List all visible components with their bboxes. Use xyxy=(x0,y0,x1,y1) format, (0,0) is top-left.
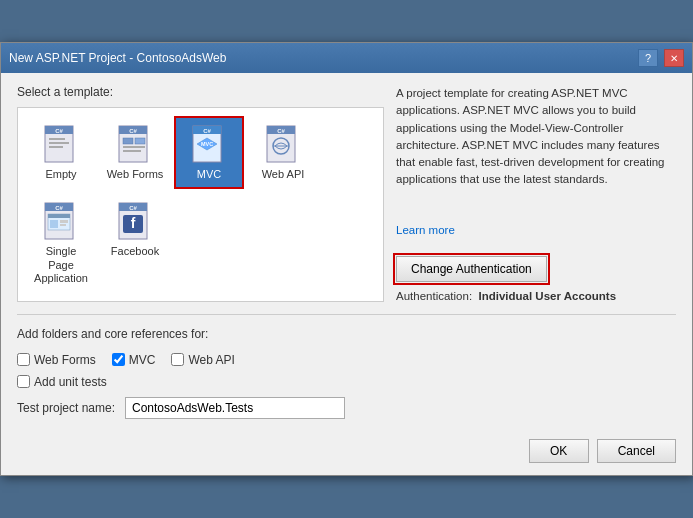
title-bar-buttons: ? ✕ xyxy=(638,49,684,67)
svg-rect-27 xyxy=(48,214,70,218)
authentication-label: Authentication: xyxy=(396,290,472,302)
template-facebook[interactable]: C# f Facebook xyxy=(100,193,170,293)
description-text: A project template for creating ASP.NET … xyxy=(396,85,676,216)
mvc-checkbox-label: MVC xyxy=(129,353,156,367)
webforms-label: Web Forms xyxy=(107,168,164,181)
svg-rect-11 xyxy=(123,146,145,148)
webforms-checkbox-label: Web Forms xyxy=(34,353,96,367)
test-name-row: Test project name: xyxy=(17,397,676,419)
webforms-checkbox[interactable] xyxy=(17,353,30,366)
webapi-checkbox-item[interactable]: Web API xyxy=(171,353,234,367)
svg-text:C#: C# xyxy=(203,128,211,134)
svg-text:C#: C# xyxy=(55,128,63,134)
auth-label: Authentication: Individual User Accounts xyxy=(396,290,616,302)
facebook-label: Facebook xyxy=(111,245,159,258)
learn-more-link[interactable]: Learn more xyxy=(396,224,676,236)
change-authentication-button[interactable]: Change Authentication xyxy=(396,256,547,282)
mvc-checkbox-item[interactable]: MVC xyxy=(112,353,156,367)
test-project-name-input[interactable] xyxy=(125,397,345,419)
svg-rect-4 xyxy=(49,142,69,144)
webforms-icon: C# xyxy=(115,124,155,164)
svg-rect-9 xyxy=(123,138,133,144)
title-bar: New ASP.NET Project - ContosoAdsWeb ? ✕ xyxy=(1,43,692,73)
divider xyxy=(17,314,676,315)
template-webforms[interactable]: C# Web Forms xyxy=(100,116,170,189)
select-template-label: Select a template: xyxy=(17,85,384,99)
unit-tests-row: Add unit tests xyxy=(17,375,676,389)
webapi-checkbox-label: Web API xyxy=(188,353,234,367)
change-auth-area: Change Authentication Authentication: In… xyxy=(396,256,676,302)
svg-rect-5 xyxy=(49,146,63,148)
close-button[interactable]: ✕ xyxy=(664,49,684,67)
ok-button[interactable]: OK xyxy=(529,439,589,463)
mvc-checkbox[interactable] xyxy=(112,353,125,366)
webapi-label: Web API xyxy=(262,168,305,181)
main-area: Select a template: C# xyxy=(17,85,676,302)
svg-text:f: f xyxy=(131,215,136,231)
empty-icon: C# xyxy=(41,124,81,164)
svg-text:C#: C# xyxy=(277,128,285,134)
footer-buttons: OK Cancel xyxy=(17,431,676,463)
dialog-body: Select a template: C# xyxy=(1,73,692,475)
svg-text:MVC: MVC xyxy=(201,141,213,147)
checkboxes-row: Web Forms MVC Web API xyxy=(17,353,676,367)
template-empty[interactable]: C# Empty xyxy=(26,116,96,189)
add-folders-label: Add folders and core references for: xyxy=(17,327,676,341)
mvc-icon: C# MVC xyxy=(189,124,229,164)
svg-rect-30 xyxy=(60,224,66,226)
template-grid-container: C# Empty xyxy=(17,107,384,302)
unit-tests-checkbox-item[interactable]: Add unit tests xyxy=(17,375,107,389)
svg-rect-28 xyxy=(50,220,58,228)
template-grid: C# Empty xyxy=(26,116,375,293)
cancel-button[interactable]: Cancel xyxy=(597,439,676,463)
dialog-window: New ASP.NET Project - ContosoAdsWeb ? ✕ … xyxy=(0,42,693,476)
svg-text:C#: C# xyxy=(55,205,63,211)
singlepage-label: Single Page Application xyxy=(32,245,90,285)
help-button[interactable]: ? xyxy=(638,49,658,67)
template-webapi[interactable]: C# Web API xyxy=(248,116,318,189)
unit-tests-checkbox-label: Add unit tests xyxy=(34,375,107,389)
singlepage-icon: C# xyxy=(41,201,81,241)
left-panel: Select a template: C# xyxy=(17,85,384,302)
unit-tests-checkbox[interactable] xyxy=(17,375,30,388)
test-project-name-label: Test project name: xyxy=(17,401,117,415)
svg-rect-10 xyxy=(135,138,145,144)
svg-rect-12 xyxy=(123,150,141,152)
facebook-icon: C# f xyxy=(115,201,155,241)
webforms-checkbox-item[interactable]: Web Forms xyxy=(17,353,96,367)
dialog-title: New ASP.NET Project - ContosoAdsWeb xyxy=(9,51,226,65)
authentication-value: Individual User Accounts xyxy=(478,290,616,302)
right-panel: A project template for creating ASP.NET … xyxy=(396,85,676,302)
webapi-icon: C# xyxy=(263,124,303,164)
bottom-section: Add folders and core references for: Web… xyxy=(17,327,676,419)
template-mvc[interactable]: C# MVC MVC xyxy=(174,116,244,189)
template-singlepage[interactable]: C# Single Page Application xyxy=(26,193,96,293)
svg-rect-29 xyxy=(60,220,68,223)
svg-rect-3 xyxy=(49,138,65,140)
mvc-label: MVC xyxy=(197,168,221,181)
webapi-checkbox[interactable] xyxy=(171,353,184,366)
empty-label: Empty xyxy=(45,168,76,181)
svg-text:C#: C# xyxy=(129,205,137,211)
svg-text:C#: C# xyxy=(129,128,137,134)
